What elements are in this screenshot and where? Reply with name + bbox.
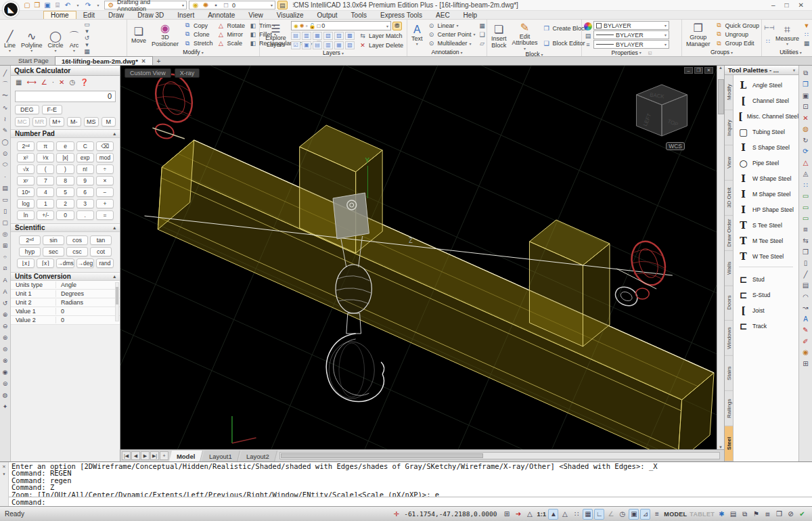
push-pull-tool-icon[interactable]: ⧈ [803, 224, 807, 235]
ribbon-tab[interactable]: Visualize [270, 11, 311, 19]
viewport-vertical-scrollbar[interactable]: ▲ ▼ [717, 66, 724, 449]
zoom-scale-tool-icon[interactable]: ◍ [3, 389, 8, 401]
ribbon-tab[interactable]: Output [311, 11, 344, 19]
palette-tab-windows[interactable]: Windows [725, 321, 733, 356]
new-file-icon[interactable]: ▢ [23, 1, 31, 9]
layer-states-button[interactable]: ▤ [277, 1, 288, 9]
palette-item-hp-shape-steel[interactable]: I HP Shape Steel [734, 202, 798, 217]
revision-cloud-button[interactable]: ↺ ▾ [83, 35, 91, 48]
modify-button[interactable]: △Mirror [216, 30, 247, 39]
measure-button[interactable]: ⌗Measure▾ [773, 21, 801, 48]
group-button[interactable]: ⧉Quick Group [714, 21, 761, 30]
numpad-key[interactable]: ¹⁄x [37, 153, 54, 162]
layer-isolate-button[interactable]: ▥ [302, 32, 311, 40]
scientific-key[interactable]: sin [43, 235, 64, 245]
layer-dropdown[interactable]: ◉ ✺ ▫ 🔓 □ 0 ▾ [291, 21, 391, 30]
layers-panel-label[interactable]: Layers▾ [260, 49, 407, 56]
layer-state-button[interactable]: ▧ [345, 41, 355, 49]
command-input[interactable]: Command: [9, 497, 812, 506]
layer-freeze-button[interactable]: ▦ [313, 32, 322, 40]
layer-unisolate-button[interactable]: ▣ [302, 41, 311, 49]
layer-previous-button[interactable]: ⛃ [392, 22, 402, 30]
prev-layout-button[interactable]: ◀ [131, 451, 140, 460]
sketch-tool-icon[interactable]: ≀ [4, 113, 6, 124]
3d-positioner-button[interactable]: ◉3D Positioner [150, 21, 181, 48]
numpad-key[interactable]: 10ˣ [17, 187, 35, 197]
palette-tab-modify[interactable]: Modify [725, 75, 733, 110]
move-button[interactable]: ❏Move [129, 21, 148, 48]
view-name-badge[interactable]: Custom View [125, 68, 171, 78]
units-row[interactable]: Unit 1 Degrees [11, 290, 120, 298]
linetype-icon[interactable]: ▤ [584, 32, 592, 39]
command-close-icon[interactable]: ✕ [3, 463, 6, 470]
numpad-key[interactable]: ÷ [96, 164, 114, 174]
maximize-button[interactable]: □ [785, 1, 789, 9]
point-tool-icon[interactable]: · [4, 171, 6, 182]
numpad-key[interactable]: − [96, 187, 114, 197]
ribbon-tab[interactable]: Draw 3D [131, 11, 171, 19]
numpad-key[interactable]: ) [56, 164, 74, 174]
ribbon-tab[interactable]: AEC [429, 11, 457, 19]
scientific-key[interactable]: →dms [56, 258, 74, 268]
line-button[interactable]: ╱Line▾ [2, 21, 18, 57]
zoom-dynamic-tool-icon[interactable]: ◉ [3, 366, 8, 378]
layer-current-button[interactable]: ▥ [323, 41, 333, 49]
mdi-close-button[interactable]: ✕ [704, 67, 713, 74]
layer-off-button[interactable]: ▤ [291, 32, 300, 40]
palette-item-pipe-steel[interactable]: ○ Pipe Steel [734, 155, 798, 171]
palette-item-s-shape-steel[interactable]: I S Shape Steel [734, 139, 798, 155]
groups-panel-label[interactable]: Groups▾ [682, 48, 761, 56]
marker-tool-icon[interactable]: ✐ [803, 336, 808, 347]
group-button[interactable]: ⧉Ungroup [714, 30, 761, 39]
palette-tab-walls[interactable]: Walls [725, 251, 733, 286]
layer-match-button[interactable]: ⇆Layer Match [357, 31, 404, 40]
mtext-tool-icon[interactable]: A [3, 286, 7, 297]
numpad-key[interactable]: ( [37, 164, 54, 174]
hatch-tool-icon[interactable]: ▤ [2, 182, 8, 194]
numpad-key[interactable]: + [96, 199, 114, 208]
polyline-button[interactable]: ∿Polyline▾ [19, 21, 45, 57]
windows-toggle[interactable]: ❐ [774, 509, 784, 520]
box-tool-icon[interactable]: ▭ [803, 191, 809, 202]
hatch-edit-tool-icon[interactable]: ▤ [803, 280, 809, 292]
layer-thaw-button[interactable]: ▨ [334, 32, 344, 40]
status-ok-icon[interactable]: ✔ [797, 509, 807, 520]
minimize-button[interactable]: – [771, 1, 775, 9]
scientific-key[interactable]: ⌈x⌉ [37, 258, 54, 268]
new-tab-button[interactable]: + [153, 58, 165, 65]
modify-button[interactable]: △Scale [216, 39, 247, 48]
layer-quick-dropdown[interactable]: ◉ ✺ ▪ □ 0 ▾ [189, 1, 275, 9]
quick-select-icon[interactable]: ∷ [803, 31, 811, 38]
units-row[interactable]: Unit 2 Radians [11, 298, 120, 307]
numpad-key[interactable]: exp [76, 153, 94, 162]
scientific-header[interactable]: Scientific▴ [11, 223, 120, 232]
palette-item-angle-steel[interactable]: L Angle Steel [734, 77, 798, 93]
open-file-icon[interactable]: ❒ [33, 1, 41, 9]
table-tool-icon[interactable]: ⊞ [3, 240, 8, 251]
clone-tool-icon[interactable]: ❒ [803, 79, 809, 91]
modify-button[interactable]: ⧉Clone [182, 30, 215, 39]
memory-button[interactable]: M [102, 117, 116, 127]
scroll-up-icon[interactable]: ▲ [719, 66, 723, 70]
palette-item-w-shape-steel[interactable]: I W Shape Steel [734, 171, 798, 186]
deg-button[interactable]: DEG [15, 105, 39, 114]
scientific-key[interactable]: →deg [76, 258, 94, 268]
palette-item-track[interactable]: ⊏ Track [734, 318, 798, 334]
viewport-horizontal-scrollbar[interactable] [279, 452, 720, 459]
drawing-viewport[interactable]: Y Z BACK LEFT TOP Custom View X-ray [120, 66, 724, 449]
autoscale-toggle[interactable]: △ [560, 509, 570, 520]
palette-item-stud[interactable]: ⊏ Stud [734, 271, 798, 287]
ribbon-tab[interactable]: Tools [344, 11, 374, 19]
annotation-monitor-toggle[interactable]: ⊘ [786, 509, 796, 520]
help-icon[interactable]: ❓ [80, 78, 88, 86]
insert-block-button[interactable]: ❏Insert Block [489, 21, 509, 51]
circle-tool-icon[interactable]: ◯ [1, 136, 8, 148]
spline-tool-icon[interactable]: ∿ [3, 101, 8, 113]
palette-item-joist[interactable]: [ Joist [734, 302, 798, 318]
zoom-center-tool-icon[interactable]: ⊚ [3, 378, 8, 389]
numpad-key[interactable]: √x [17, 164, 35, 174]
annotation-button[interactable]: ⊙Linear▾ [426, 21, 477, 30]
memory-button[interactable]: MC [15, 117, 30, 127]
units-row[interactable]: Value 1 0 [11, 307, 120, 316]
annotation-scale[interactable]: 1:1 [536, 509, 547, 520]
